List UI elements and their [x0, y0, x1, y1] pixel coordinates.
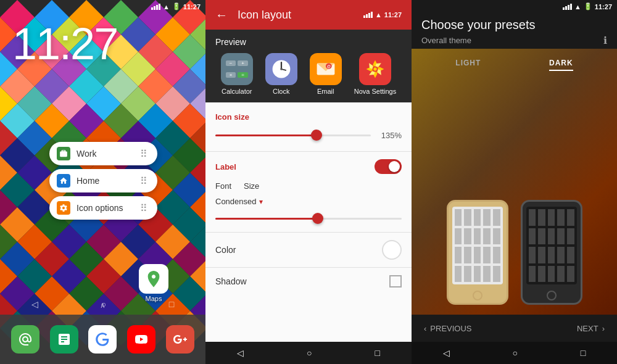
- recent-nav-p3[interactable]: □: [581, 348, 586, 358]
- overall-theme-label: Overall theme: [421, 36, 471, 45]
- icon-size-slider[interactable]: [215, 129, 371, 141]
- signal-icon-p2: [363, 12, 373, 18]
- app-dot: [493, 228, 500, 245]
- back-nav-p2[interactable]: ◁: [237, 348, 244, 358]
- battery-icon-p3: 🔋: [584, 2, 592, 10]
- folder-work[interactable]: Work ⠿: [49, 142, 157, 165]
- wifi-icon: ▲: [163, 3, 170, 10]
- signal-icon: [151, 4, 160, 10]
- svg-text:@: @: [326, 64, 330, 68]
- bottom-nav-panel3: ‹ PREVIOUS NEXT ›: [412, 315, 617, 342]
- app-dot: [557, 209, 565, 226]
- previous-button[interactable]: ‹ PREVIOUS: [424, 324, 472, 333]
- chevron-right-icon: ›: [602, 324, 605, 333]
- calculator-icon: − + × =: [221, 53, 253, 85]
- nova-preview: Nova Settings: [354, 53, 396, 95]
- back-button-p1[interactable]: ◁: [31, 299, 38, 309]
- previous-label: PREVIOUS: [430, 324, 471, 333]
- status-time: 11:27: [183, 3, 201, 10]
- hangouts-dock-icon[interactable]: [11, 325, 39, 354]
- app-dot: [557, 247, 565, 263]
- recent-button-p1[interactable]: □: [169, 299, 174, 309]
- battery-icon: 🔋: [172, 2, 181, 10]
- preview-label: Preview: [215, 37, 402, 47]
- app-dot: [493, 209, 500, 226]
- gplus-dock-icon[interactable]: [166, 325, 194, 354]
- font-size-slider-row: [215, 212, 402, 225]
- panel3-header: Choose your presets Overall theme ℹ: [412, 13, 617, 49]
- panel-home-screen: ▲ 🔋 11:27 11:27 Work ⠿ Home ⠿ Icon optio…: [0, 0, 205, 364]
- color-row: Color: [205, 233, 412, 268]
- svg-point-133: [373, 67, 376, 70]
- panel2-title: Icon layout: [238, 9, 291, 22]
- font-label: Font: [215, 181, 231, 191]
- app-dot: [557, 228, 565, 245]
- toggle-knob: [389, 161, 400, 172]
- icon-size-label: Icon size: [215, 112, 402, 122]
- recent-nav-p2[interactable]: □: [375, 348, 380, 358]
- label-header: Label: [215, 159, 402, 174]
- home-nav-p3[interactable]: ○: [513, 348, 518, 358]
- app-dot: [483, 247, 491, 263]
- calc-key-equals: =: [238, 72, 248, 78]
- info-icon[interactable]: ℹ: [603, 35, 607, 46]
- calculator-label: Calculator: [222, 88, 252, 95]
- font-size-thumb[interactable]: [312, 213, 323, 224]
- home-button-p1[interactable]: ○: [101, 299, 106, 309]
- app-dot: [455, 228, 462, 245]
- work-folder-dots: ⠿: [140, 148, 147, 160]
- maps-icon-img: [139, 264, 168, 294]
- app-dot: [483, 228, 491, 245]
- panel2-header: ← Icon layout ▲ 11:27: [205, 0, 412, 30]
- label-toggle[interactable]: [375, 159, 402, 174]
- app-dot: [548, 247, 555, 263]
- shadow-checkbox[interactable]: [389, 275, 402, 287]
- icon-size-thumb[interactable]: [311, 130, 322, 141]
- app-dot: [548, 209, 555, 226]
- panel-icon-layout: ← Icon layout ▲ 11:27 Preview − + × =: [205, 0, 412, 364]
- app-dot: [538, 209, 545, 226]
- home-folder-icon: [57, 174, 70, 188]
- back-nav-p3[interactable]: ◁: [443, 348, 450, 358]
- light-phone-mockup[interactable]: [447, 200, 508, 305]
- work-folder-icon: [57, 147, 70, 160]
- app-dot: [464, 247, 471, 263]
- light-tab[interactable]: LIGHT: [455, 59, 481, 71]
- sheets-dock-icon[interactable]: [50, 325, 78, 354]
- color-label: Color: [215, 245, 236, 255]
- dark-tab[interactable]: DARK: [549, 59, 573, 71]
- clock-widget: 11:27: [0, 19, 205, 69]
- back-arrow-icon[interactable]: ←: [215, 8, 228, 22]
- color-picker[interactable]: [382, 240, 402, 260]
- font-dropdown[interactable]: Condensed ▾: [215, 197, 402, 206]
- app-dot: [529, 247, 536, 263]
- preview-icons: − + × = Calculator Clock: [215, 53, 402, 95]
- folder-icon-options[interactable]: Icon options ⠿: [49, 196, 157, 220]
- status-time-p2: 11:27: [384, 11, 402, 19]
- signal-icon-p3: [563, 4, 572, 10]
- app-dot: [567, 247, 574, 263]
- youtube-dock-icon[interactable]: [127, 325, 155, 354]
- panel3-status-bar: ▲ 🔋 11:27: [412, 0, 617, 13]
- app-dot: [493, 247, 500, 263]
- google-dock-icon[interactable]: [88, 325, 117, 354]
- email-label: Email: [317, 88, 334, 95]
- nav-bar-panel2: ◁ ○ □: [205, 342, 412, 364]
- app-dot: [464, 209, 471, 226]
- app-dot: [474, 247, 481, 263]
- app-dot: [483, 209, 491, 226]
- next-button[interactable]: NEXT ›: [577, 324, 605, 333]
- home-folder-dots: ⠿: [140, 175, 147, 187]
- home-nav-p2[interactable]: ○: [307, 348, 312, 358]
- icon-size-value: 135%: [377, 131, 402, 140]
- folder-home[interactable]: Home ⠿: [49, 169, 157, 192]
- dark-phone-mockup[interactable]: [521, 200, 582, 305]
- dark-phone-home: [547, 291, 557, 300]
- app-dot: [474, 266, 481, 283]
- light-phone-home: [473, 291, 482, 300]
- calculator-preview: − + × = Calculator: [221, 53, 253, 95]
- font-size-slider[interactable]: [215, 212, 402, 225]
- clock-preview: Clock: [265, 53, 297, 95]
- svg-point-126: [280, 68, 283, 70]
- status-bar-panel1: ▲ 🔋 11:27: [146, 0, 205, 13]
